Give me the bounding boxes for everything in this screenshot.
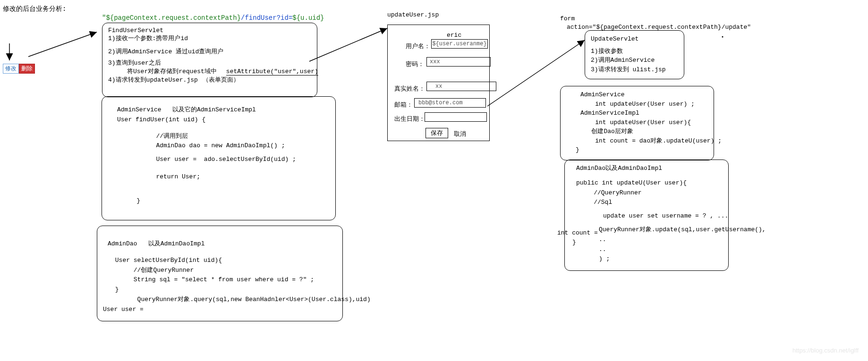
save-button[interactable]: 保存	[425, 128, 448, 138]
pwd-value: xxx	[430, 59, 440, 65]
svc-l7: }	[108, 196, 330, 206]
form-label: form	[560, 15, 575, 22]
svc-l2: User findUser(int uid) {	[108, 115, 330, 125]
servlet-title: FindUserServlet	[108, 27, 311, 34]
username-field[interactable]: ${user.useranme}	[431, 39, 488, 49]
svc-l6: return User;	[108, 172, 330, 182]
ctx-path: ${pageContext.request.contextPath}	[106, 14, 241, 22]
jsp-title: updateUser.jsp	[387, 11, 439, 18]
usvc-l2: int updateUser(User user) ;	[566, 100, 708, 109]
servlet-l3: 3)查询到user之后	[108, 59, 311, 67]
udao-l5: update user set username = ? , ...	[570, 211, 723, 221]
servlet-l4a: （表单页面）	[203, 76, 239, 84]
int-count-text: int count =	[557, 229, 602, 236]
svg-point-4	[722, 36, 723, 38]
usvc-l7: }	[566, 145, 708, 155]
udao-l4: //Sql	[570, 198, 723, 208]
pwd-label: 密码：	[406, 60, 424, 68]
admin-service-box: AdminService 以及它的AdminServiceImpl User f…	[102, 96, 336, 220]
svc-l1: AdminService 以及它的AdminServiceImpl	[108, 105, 330, 115]
udao-l9: ) ;	[570, 254, 723, 264]
svc-l4: AdminDao dao = new AdminDaoImpl() ;	[108, 141, 330, 151]
pwd-field[interactable]: xxx	[426, 57, 491, 67]
page-title: 修改的后台业务分析:	[3, 5, 66, 13]
servlet-l3b: setAttribute("user",user)	[226, 68, 318, 76]
update-dao-box: AdminDao以及AdminDaoImpl public int update…	[564, 160, 729, 271]
watermark: https://blog.csdn.net/iglff	[792, 347, 859, 354]
username-value: ${user.useranme}	[432, 41, 486, 47]
email-label: 邮箱：	[394, 101, 413, 109]
find-path: /findUser?id=	[241, 14, 292, 22]
dao-l5: }	[103, 285, 337, 295]
udao-l3: //QueryRunner	[570, 188, 723, 198]
email-value: bbb@store.com	[418, 100, 463, 106]
cancel-button[interactable]: 取消	[454, 130, 466, 138]
dao-l2: User selectUserById(int uid){	[103, 256, 337, 266]
udao-l2: public int updateU(User user){	[570, 178, 723, 188]
svg-line-1	[28, 32, 97, 57]
usvc-l5: 创建Dao层对象	[566, 127, 708, 136]
usvc-l1: AdminService	[566, 90, 708, 100]
edit-button[interactable]: 修改	[3, 64, 19, 74]
dao-l7: User user =	[103, 305, 337, 315]
email-field[interactable]: bbb@store.com	[414, 98, 486, 108]
birth-label: 出生日期：	[394, 115, 425, 123]
update-servlet-box: UpdateServlet 1)接收参数 2)调用AdminService 3)…	[585, 30, 684, 79]
eric-label: eric	[447, 32, 461, 39]
realname-field[interactable]: xx	[426, 82, 496, 91]
delete-button[interactable]: 删除	[19, 64, 35, 74]
link-line: "${pageContext.request.contextPath}/find…	[102, 14, 324, 22]
usvc-l6: int count = dao对象.updateU(user) ;	[566, 136, 708, 146]
svc-l5: User user = ado.selectUserById(uid) ;	[108, 155, 330, 165]
svg-line-2	[309, 28, 387, 61]
udao-l8: ..	[570, 245, 723, 255]
update-service-box: AdminService int updateUser(User user) ;…	[560, 86, 714, 160]
svc-l3: //调用到层	[108, 132, 330, 142]
birth-field[interactable]	[425, 112, 487, 122]
servlet-l3a: 将User对象存储到request域中	[108, 67, 217, 76]
usvc-l4: int updateUser(User user){	[566, 118, 708, 127]
uid-expr: ${u.uid}	[292, 14, 324, 22]
servlet-l1: 1)接收一个参数:携带用户id	[108, 34, 311, 42]
dao-l3: //创建QueryRunner	[103, 266, 337, 276]
dao-l4: String sql = "select * from user where u…	[103, 275, 337, 285]
updsvt-l2: 2)调用AdminService	[591, 56, 678, 65]
row-action-buttons: 修改删除	[3, 64, 35, 74]
usvc-l3: AdminServiceImpl	[566, 109, 708, 118]
find-user-servlet-box: FindUserServlet 1)接收一个参数:携带用户id 2)调用Admi…	[102, 23, 317, 97]
updsvt-l1: 1)接收参数	[591, 47, 678, 56]
updsvt-title: UpdateServlet	[591, 34, 678, 44]
realname-value: xx	[435, 83, 442, 90]
servlet-l2: 2)调用AdminService 通过uid查询用户	[108, 47, 311, 56]
updsvt-l3: 3)请求转发到 ulist.jsp	[591, 65, 678, 75]
dao-l6: QueryRunner对象.query(sql,new BeanHadnler<…	[103, 295, 337, 305]
servlet-l4: 4)请求转发到updateUser.jsp	[108, 76, 198, 84]
admin-dao-box: AdminDao 以及AdminDaoImpl User selectUserB…	[97, 226, 343, 321]
dao-l1: AdminDao 以及AdminDaoImpl	[103, 239, 337, 249]
form-action: action="${pageContext.request.contextPat…	[567, 24, 751, 31]
udao-brace: }	[572, 239, 576, 246]
username-label: 用户名：	[406, 42, 430, 50]
update-user-form: eric 用户名： ${user.useranme} 密码： xxx 真实姓名：…	[387, 25, 490, 141]
realname-label: 真实姓名：	[394, 84, 425, 93]
udao-l1: AdminDao以及AdminDaoImpl	[570, 164, 723, 174]
